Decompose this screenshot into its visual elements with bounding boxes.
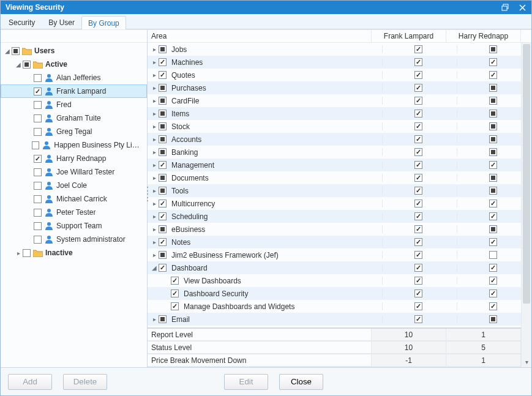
grid-row[interactable]: Manage Dashboards and Widgets [148, 300, 531, 313]
expand-icon[interactable]: ▸ [150, 200, 159, 207]
checkbox[interactable] [414, 174, 422, 182]
area-header[interactable]: Area [148, 30, 372, 42]
expand-icon[interactable]: ▸ [150, 239, 159, 245]
checkbox[interactable] [414, 225, 422, 233]
checkbox[interactable] [414, 238, 422, 246]
checkbox[interactable] [414, 58, 422, 66]
checkbox[interactable] [489, 58, 497, 66]
grid-row[interactable]: ▸Notes [148, 236, 531, 248]
grid-row[interactable]: ▸Items [148, 107, 531, 120]
scroll-down-icon[interactable]: ▾ [522, 357, 531, 367]
checkbox[interactable] [414, 290, 422, 297]
expand-toggle[interactable]: ▸ [14, 250, 23, 256]
expand-icon[interactable]: ▸ [150, 97, 159, 104]
checkbox[interactable] [34, 101, 42, 109]
tree-user[interactable]: Joe Willard Tester [1, 165, 147, 179]
tab-byuser[interactable]: By User [42, 15, 81, 29]
checkbox[interactable] [171, 290, 179, 297]
level-value[interactable]: 5 [446, 342, 521, 354]
expand-icon[interactable]: ▸ [150, 226, 159, 233]
col-header-0[interactable]: Frank Lampard [372, 30, 446, 42]
checkbox[interactable] [489, 290, 497, 297]
checkbox[interactable] [489, 110, 497, 118]
tree-user[interactable]: Happen Business Pty Limited [1, 138, 147, 152]
expand-icon[interactable]: ▸ [150, 162, 159, 168]
grid-row[interactable]: ▸CardFile [148, 94, 531, 107]
checkbox[interactable] [34, 114, 42, 122]
level-value[interactable]: -1 [372, 354, 446, 367]
grid-body[interactable]: ▸Jobs▸Machines▸Quotes▸Purchases▸CardFile… [148, 43, 531, 327]
collapse-icon[interactable]: ◢ [150, 264, 159, 271]
checkbox[interactable] [414, 277, 422, 285]
grid-row[interactable]: ▸Tools [148, 184, 531, 197]
checkbox[interactable] [159, 148, 167, 156]
checkbox[interactable] [414, 161, 422, 169]
grid-row[interactable]: ▸Machines [148, 56, 531, 69]
tree-user[interactable]: Fred [1, 98, 147, 111]
expand-icon[interactable]: ▸ [150, 123, 159, 130]
expand-icon[interactable]: ▸ [150, 84, 159, 91]
checkbox[interactable] [414, 200, 422, 207]
checkbox[interactable] [34, 88, 42, 95]
checkbox[interactable] [489, 97, 497, 105]
checkbox[interactable] [23, 61, 31, 69]
tree-folder[interactable]: ◢Users [1, 44, 147, 58]
tree-user[interactable]: Support Team [1, 219, 147, 233]
checkbox[interactable] [159, 84, 167, 92]
checkbox[interactable] [489, 251, 497, 259]
checkbox[interactable] [32, 141, 39, 149]
expand-icon[interactable]: ▸ [150, 59, 159, 65]
expand-icon[interactable]: ▸ [150, 46, 159, 53]
tree-user[interactable]: Joel Cole [1, 179, 147, 192]
grid-row[interactable]: ▸Quotes [148, 69, 531, 81]
splitter-handle[interactable] [146, 187, 149, 201]
grid-row[interactable]: ▸Management [148, 159, 531, 171]
expand-icon[interactable]: ▸ [150, 213, 159, 220]
grid-row[interactable]: ▸Multicurrency [148, 197, 531, 210]
tree-user[interactable]: Peter Tester [1, 206, 147, 219]
grid-row[interactable]: ▸Jobs [148, 43, 531, 56]
close-icon[interactable] [518, 3, 526, 12]
grid-row[interactable]: ◢Dashboard [148, 261, 531, 274]
checkbox[interactable] [159, 200, 167, 207]
level-value[interactable]: 10 [372, 342, 446, 354]
level-value[interactable]: 10 [372, 329, 446, 341]
checkbox[interactable] [414, 315, 422, 323]
checkbox[interactable] [34, 155, 42, 163]
add-button[interactable]: Add [8, 374, 52, 390]
checkbox[interactable] [159, 161, 167, 169]
checkbox[interactable] [34, 168, 42, 176]
checkbox[interactable] [34, 222, 42, 230]
checkbox[interactable] [23, 249, 31, 257]
checkbox[interactable] [489, 148, 497, 156]
checkbox[interactable] [159, 135, 167, 143]
expand-icon[interactable]: ▸ [150, 252, 159, 258]
checkbox[interactable] [34, 128, 42, 136]
checkbox[interactable] [489, 200, 497, 207]
scroll-thumb[interactable] [523, 44, 530, 304]
checkbox[interactable] [414, 122, 422, 130]
checkbox[interactable] [159, 122, 167, 130]
checkbox[interactable] [34, 182, 42, 190]
tab-security[interactable]: Security [2, 15, 42, 29]
grid-row[interactable]: ▸Accounts [148, 133, 531, 146]
checkbox[interactable] [414, 84, 422, 92]
checkbox[interactable] [489, 174, 497, 182]
checkbox[interactable] [489, 161, 497, 169]
checkbox[interactable] [171, 277, 179, 285]
grid-row[interactable]: ▸Documents [148, 171, 531, 184]
expand-icon[interactable]: ▸ [150, 136, 159, 143]
grid-row[interactable]: View Dashboards [148, 274, 531, 287]
close-button[interactable]: Close [279, 374, 323, 390]
vertical-scrollbar[interactable]: ▴ ▾ [521, 43, 531, 367]
col-header-1[interactable]: Harry Rednapp [446, 30, 521, 42]
checkbox[interactable] [171, 302, 179, 310]
checkbox[interactable] [414, 97, 422, 105]
expand-toggle[interactable]: ◢ [14, 61, 23, 68]
grid-row[interactable]: Dashboard Security [148, 287, 531, 300]
tree-user[interactable]: Greg Tegal [1, 125, 147, 138]
checkbox[interactable] [159, 97, 167, 105]
grid-row[interactable]: ▸Email [148, 313, 531, 326]
expand-icon[interactable]: ▸ [150, 72, 159, 78]
checkbox[interactable] [489, 277, 497, 285]
